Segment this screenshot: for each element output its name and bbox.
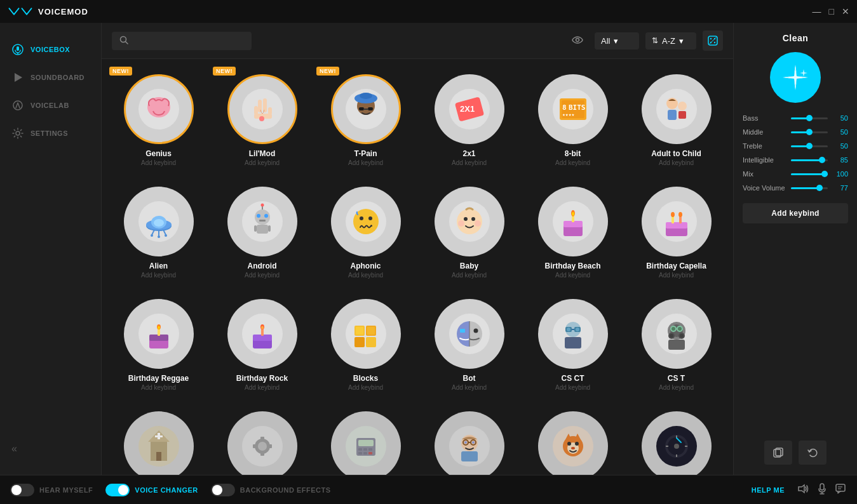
voice-name-aphonic: Aphonic [351, 262, 381, 270]
voice-card-android[interactable]: Android Add keybind [215, 182, 309, 284]
voice-avatar-v23 [538, 411, 608, 475]
minimize-button[interactable]: — [813, 6, 821, 17]
voice-card-cs-t[interactable]: CS T Add keybind [630, 294, 723, 396]
voice-keybind-lilmod[interactable]: Add keybind [245, 159, 280, 166]
sidebar-item-settings[interactable]: SETTINGS [0, 119, 101, 147]
voice-name-birthday-beach: Birthday Beach [544, 262, 600, 270]
hear-myself-toggle[interactable]: HEAR MYSELF [10, 484, 93, 496]
slider-row-voice-volume: Voice Volume 77 [743, 184, 848, 192]
svg-point-74 [471, 217, 475, 221]
add-keybind-button[interactable]: Add keybind [743, 203, 848, 223]
voice-card-cs-ct[interactable]: CS CT Add keybind [526, 294, 619, 396]
voice-card-bot[interactable]: Bot Add keybind [422, 294, 516, 396]
svg-point-48 [154, 219, 164, 227]
voice-card-birthday-capella[interactable]: Birthday Capella Add keybind [630, 182, 723, 284]
voice-keybind-8bit[interactable]: Add keybind [555, 159, 590, 166]
voice-card-v19[interactable] [112, 406, 205, 475]
voice-card-baby[interactable]: Baby Add keybind [422, 182, 516, 284]
sidebar-item-soundboard[interactable]: SOUNDBOARD [0, 63, 101, 91]
search-box[interactable] [112, 32, 252, 50]
voice-card-aphonic[interactable]: Aphonic Add keybind [319, 182, 412, 284]
search-input[interactable] [133, 36, 244, 46]
voice-card-v22[interactable] [422, 406, 516, 475]
voice-card-genius[interactable]: NEW! Genius Add keybind [112, 69, 205, 171]
voice-keybind-blocks[interactable]: Add keybind [348, 384, 383, 391]
voice-keybind-cs-t[interactable]: Add keybind [659, 384, 694, 391]
slider-label-treble: Treble [743, 142, 787, 150]
voice-keybind-tpain[interactable]: Add keybind [348, 159, 383, 166]
undo-button[interactable] [799, 441, 827, 465]
voice-card-lilmod[interactable]: NEW! Li [215, 69, 309, 171]
slider-label-middle: Middle [743, 128, 787, 136]
panel-avatar [770, 52, 821, 103]
voice-card-alien[interactable]: Alien Add keybind [112, 182, 205, 284]
close-button[interactable]: ✕ [842, 6, 849, 17]
copy-button[interactable] [764, 441, 792, 465]
help-button[interactable]: HELP ME [752, 486, 785, 494]
voice-card-birthday-reggae[interactable]: Birthday Reggae Add keybind [112, 294, 205, 396]
svg-rect-160 [461, 451, 478, 461]
slider-track-bass[interactable] [791, 117, 828, 119]
voice-keybind-2x1[interactable]: Add keybind [452, 159, 487, 166]
random-button[interactable] [703, 30, 723, 51]
voice-keybind-birthday-reggae[interactable]: Add keybind [141, 384, 176, 391]
sidebar-item-voicelab[interactable]: VOICELAB [0, 91, 101, 119]
filter-dropdown[interactable]: All ▾ [595, 32, 639, 50]
voice-card-v24[interactable] [630, 406, 723, 475]
microphone-icon[interactable] [818, 483, 827, 497]
app-logo-icon [8, 5, 33, 18]
voice-keybind-aphonic[interactable]: Add keybind [348, 272, 383, 279]
voice-avatar-8bit: 8 BITS ★★★★ [538, 74, 608, 144]
speaker-icon[interactable] [797, 484, 809, 496]
slider-track-intelligible[interactable] [791, 159, 828, 161]
svg-point-167 [575, 442, 579, 446]
voice-avatar-tpain [331, 74, 401, 144]
voice-card-v21[interactable] [319, 406, 412, 475]
voice-card-birthday-beach[interactable]: Birthday Beach Add keybind [526, 182, 619, 284]
voice-card-v20[interactable] [215, 406, 309, 475]
voice-keybind-birthday-rock[interactable]: Add keybind [245, 384, 280, 391]
voice-card-adult-to-child[interactable]: Adult to Child Add keybind [630, 69, 723, 171]
background-effects-toggle[interactable]: BACKGROUND EFFECTS [211, 484, 331, 496]
voice-keybind-alien[interactable]: Add keybind [141, 272, 176, 279]
voice-changer-switch[interactable] [105, 484, 130, 496]
voice-keybind-bot[interactable]: Add keybind [452, 384, 487, 391]
voice-card-v23[interactable] [526, 406, 619, 475]
visibility-toggle[interactable] [567, 32, 588, 49]
voice-keybind-cs-ct[interactable]: Add keybind [555, 384, 590, 391]
voice-name-8bit: 8-bit [565, 149, 581, 158]
voice-keybind-birthday-capella[interactable]: Add keybind [659, 272, 694, 279]
voice-keybind-baby[interactable]: Add keybind [452, 272, 487, 279]
voice-card-8bit[interactable]: 8 BITS ★★★★ 8-bit Add keybind [526, 69, 619, 171]
sort-dropdown[interactable]: ⇅ A-Z ▾ [645, 32, 696, 50]
slider-track-middle[interactable] [791, 131, 828, 133]
voice-card-2x1[interactable]: 2X1 2x1 Add keybind [422, 69, 516, 171]
sidebar-collapse-button[interactable]: « [0, 435, 101, 462]
voice-card-tpain[interactable]: NEW! T- [319, 69, 412, 171]
background-effects-switch[interactable] [211, 484, 235, 496]
slider-track-mix[interactable] [791, 173, 828, 175]
hear-myself-switch[interactable] [10, 484, 34, 496]
sidebar-item-voicebox[interactable]: VOICEBOX [0, 36, 101, 63]
maximize-button[interactable]: □ [829, 6, 834, 17]
voice-changer-toggle[interactable]: VOICE CHANGER [105, 484, 198, 496]
chat-icon[interactable] [835, 484, 847, 496]
voice-keybind-birthday-beach[interactable]: Add keybind [555, 272, 590, 279]
svg-point-26 [360, 93, 372, 99]
svg-point-54 [165, 234, 167, 237]
app-title: VOICEMOD [8, 5, 88, 18]
voice-avatar-bot [435, 299, 504, 369]
voice-card-blocks[interactable]: Blocks Add keybind [319, 294, 412, 396]
slider-track-voice-volume[interactable] [791, 187, 828, 189]
svg-point-73 [464, 217, 468, 221]
voice-keybind-genius[interactable]: Add keybind [141, 159, 176, 166]
voice-keybind-adult-to-child[interactable]: Add keybind [659, 159, 694, 166]
voice-avatar-birthday-beach [538, 187, 608, 256]
svg-rect-184 [836, 484, 845, 491]
svg-marker-3 [15, 73, 22, 82]
voice-keybind-android[interactable]: Add keybind [245, 272, 280, 279]
voice-card-birthday-rock[interactable]: Birthday Rock Add keybind [215, 294, 309, 396]
svg-rect-62 [268, 225, 271, 232]
slider-track-treble[interactable] [791, 145, 828, 147]
voice-name-lilmod: Lil'Mod [249, 149, 276, 158]
